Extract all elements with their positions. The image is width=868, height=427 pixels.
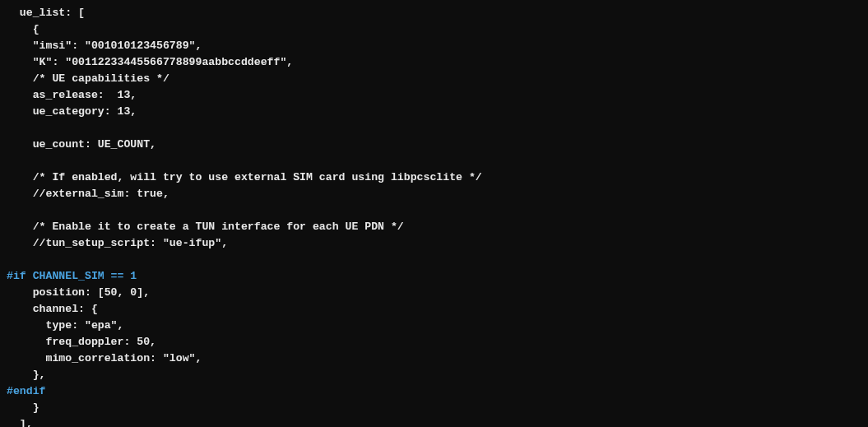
- code-line: freq_doppler: 50,: [7, 336, 156, 348]
- code-line: },: [7, 369, 45, 381]
- code-line: /* Enable it to create a TUN interface f…: [7, 220, 404, 233]
- code-line: //tun_setup_script: "ue-ifup",: [7, 237, 228, 249]
- code-line: mimo_correlation: "low",: [7, 352, 202, 364]
- code-line: ],: [7, 418, 33, 427]
- code-line: ue_list: [: [7, 7, 85, 19]
- code-line: position: [50, 0],: [7, 286, 150, 299]
- code-line: /* If enabled, will try to use external …: [7, 171, 482, 183]
- code-line: ue_category: 13,: [7, 105, 137, 118]
- code-line: //external_sim: true,: [7, 188, 169, 200]
- preprocessor-endif: #endif: [7, 385, 45, 397]
- preprocessor-if: #if CHANNEL_SIM == 1: [7, 270, 137, 282]
- code-line: as_release: 13,: [7, 89, 137, 101]
- code-line: {: [7, 23, 39, 35]
- code-line: channel: {: [7, 303, 98, 315]
- code-block: ue_list: [ { "imsi": "001010123456789", …: [0, 0, 868, 427]
- code-line: }: [7, 401, 39, 414]
- code-line: ue_count: UE_COUNT,: [7, 138, 156, 151]
- code-line: "imsi": "001010123456789",: [7, 39, 202, 52]
- code-line: "K": "00112233445566778899aabbccddeeff",: [7, 56, 293, 68]
- code-line: /* UE capabilities */: [7, 72, 169, 85]
- code-line: type: "epa",: [7, 319, 123, 332]
